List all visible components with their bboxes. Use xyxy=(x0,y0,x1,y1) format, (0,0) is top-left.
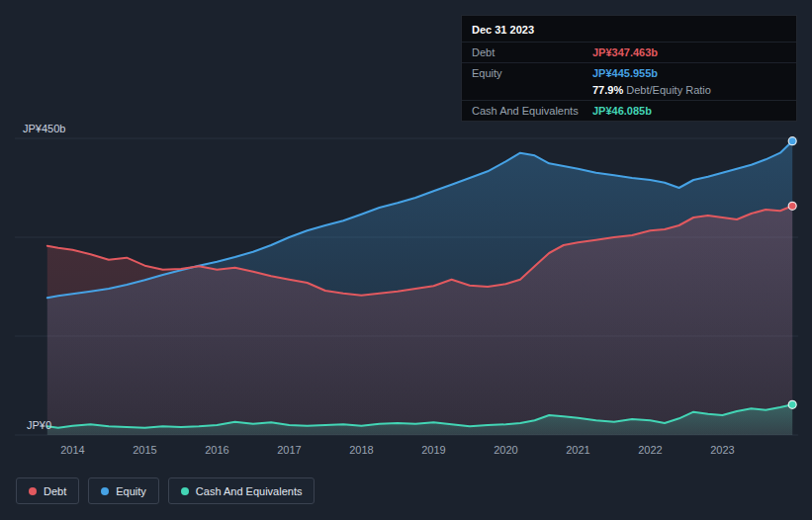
equity-dot-icon xyxy=(101,487,109,495)
legend-label-equity: Equity xyxy=(116,485,146,497)
legend-item-cash[interactable]: Cash And Equivalents xyxy=(168,477,316,504)
tooltip-cash-label: Cash And Equivalents xyxy=(472,105,592,117)
y-axis-label-bottom: JP¥0 xyxy=(27,419,51,431)
x-axis-tick: 2019 xyxy=(421,444,445,456)
chart-tooltip: Dec 31 2023 Debt JP¥347.463b Equity JP¥4… xyxy=(461,15,797,122)
x-axis-tick: 2017 xyxy=(277,444,301,456)
tooltip-ratio-label: Debt/Equity Ratio xyxy=(626,84,711,96)
x-axis-tick: 2018 xyxy=(349,444,373,456)
tooltip-row-ratio: 77.9% Debt/Equity Ratio xyxy=(462,83,796,100)
tooltip-debt-value: JP¥347.463b xyxy=(592,46,658,58)
x-axis-tick: 2015 xyxy=(133,444,156,456)
tooltip-debt-label: Debt xyxy=(472,46,592,58)
tooltip-row-cash: Cash And Equivalents JP¥46.085b xyxy=(462,100,796,121)
legend-label-debt: Debt xyxy=(44,485,66,497)
cash-dot-icon xyxy=(181,487,189,495)
debt-equity-chart-page: { "colors": { "background": "#1b222d", "… xyxy=(0,0,812,520)
chart-legend: Debt Equity Cash And Equivalents xyxy=(16,477,315,504)
x-axis-tick: 2016 xyxy=(205,444,228,456)
x-axis-tick: 2022 xyxy=(638,444,662,456)
x-axis-tick: 2020 xyxy=(494,444,517,456)
x-axis-tick: 2021 xyxy=(566,444,589,456)
tooltip-row-debt: Debt JP¥347.463b xyxy=(462,42,796,62)
legend-item-equity[interactable]: Equity xyxy=(88,477,159,504)
tooltip-equity-value: JP¥445.955b xyxy=(592,67,658,79)
tooltip-cash-value: JP¥46.085b xyxy=(592,105,652,117)
x-axis-tick: 2023 xyxy=(710,444,734,456)
tooltip-equity-label: Equity xyxy=(472,67,592,79)
legend-label-cash: Cash And Equivalents xyxy=(196,485,303,497)
legend-item-debt[interactable]: Debt xyxy=(16,477,79,504)
x-axis-tick: 2014 xyxy=(60,444,84,456)
debt-dot-icon xyxy=(29,487,37,495)
tooltip-ratio-value: 77.9% xyxy=(592,84,623,96)
tooltip-date: Dec 31 2023 xyxy=(462,16,796,42)
y-axis-label-top: JP¥450b xyxy=(23,123,65,134)
tooltip-row-equity: Equity JP¥445.955b xyxy=(462,62,796,83)
